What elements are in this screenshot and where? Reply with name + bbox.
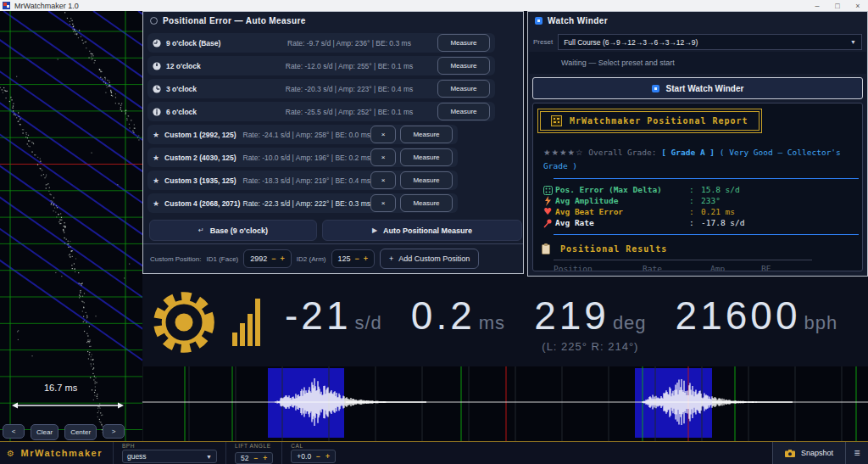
positional-report: MrWatchmaker Positional Report ★★★★☆ Ove… — [532, 103, 863, 271]
report-title: MrWatchmaker Positional Report — [570, 116, 748, 126]
remove-custom-button[interactable]: × — [370, 194, 396, 212]
timegrapher-scope[interactable]: 16.7 ms < Clear Center > — [0, 11, 142, 441]
chevron-down-icon: ▼ — [206, 454, 212, 460]
position-name: Custom 1 (2992, 125) — [164, 131, 236, 139]
positional-results-title: Positional Results — [542, 243, 862, 254]
position-name: Custom 3 (1935, 125) — [164, 176, 236, 185]
position-row: 6 o'clockRate: -25.5 s/d | Amp: 252° | B… — [147, 102, 495, 121]
star-icon: ★ — [153, 176, 159, 185]
add-custom-position-button[interactable]: + Add Custom Position — [380, 249, 479, 269]
position-row: ★Custom 1 (2992, 125)Rate: -24.1 s/d | A… — [147, 125, 458, 144]
custom-position-bar: Custom Position: ID1 (Face) 2992 − + ID2… — [143, 243, 523, 273]
titlebar: MrWatchmaker 1.0 – □ × — [0, 0, 868, 11]
measure-button[interactable]: Measure — [400, 126, 453, 143]
lift-angle-stepper[interactable]: 52 − + — [235, 452, 273, 464]
menu-button[interactable]: ≡ — [845, 442, 868, 464]
scope-center-button[interactable]: Center — [64, 424, 97, 440]
metric-avg-beat-error: ♥ Avg Beat Error : 0.21 ms — [540, 207, 862, 217]
remove-custom-button[interactable]: × — [370, 148, 396, 166]
divider — [554, 178, 859, 179]
close-button[interactable]: × — [848, 2, 868, 10]
cal-plus-button[interactable]: + — [326, 452, 330, 461]
rate-readout: -21s/d — [285, 293, 382, 338]
heart-icon: ♥ — [540, 207, 555, 217]
measure-button[interactable]: Measure — [400, 194, 453, 212]
grade-line: ★★★★☆ Overall Grade: [ Grade A ] ( Very … — [543, 146, 854, 172]
waveform-plot — [142, 366, 868, 441]
lift-angle-label: LIFT ANGLE — [235, 443, 273, 449]
position-stats: Rate: -10.0 s/d | Amp: 196° | BE: 0.2 ms — [243, 154, 371, 162]
position-stats: Rate: -20.3 s/d | Amp: 223° | BE: 0.4 ms — [261, 85, 437, 93]
id1-label: ID1 (Face) — [206, 255, 238, 263]
watch-winder-panel: Watch Winder Preset Full Course (6→9→12→… — [527, 11, 868, 277]
star-icon: ★ — [153, 154, 159, 162]
maximize-button[interactable]: □ — [827, 2, 848, 10]
app-logo: ⚙ MrWatchmaker — [0, 442, 113, 464]
position-stats: Rate: -24.1 s/d | Amp: 258° | BE: 0.0 ms — [243, 131, 371, 139]
id1-stepper[interactable]: 2992 − + — [243, 249, 292, 268]
scope-prev-button[interactable]: < — [3, 424, 25, 439]
app-icon — [3, 2, 10, 9]
scope-next-button[interactable]: > — [103, 424, 125, 439]
clipboard-icon — [542, 243, 550, 254]
position-stats: Rate: -18.3 s/d | Amp: 219° | BE: 0.4 ms — [243, 176, 371, 185]
winder-panel-header: Watch Winder — [528, 12, 867, 29]
divider — [554, 234, 859, 235]
id1-plus-button[interactable]: + — [281, 254, 285, 263]
id2-plus-button[interactable]: + — [364, 254, 368, 263]
preset-select[interactable]: Full Course (6→9→12→3→6→3→12→9) ▼ — [558, 34, 862, 50]
star-icon: ★ — [153, 199, 159, 208]
remove-custom-button[interactable]: × — [370, 126, 396, 143]
measure-button[interactable]: Measure — [437, 57, 490, 75]
measure-button[interactable]: Measure — [400, 148, 453, 166]
measure-button[interactable]: Measure — [400, 171, 453, 189]
start-watch-winder-button[interactable]: Start Watch Winder — [532, 77, 863, 99]
custom-position-label: Custom Position: — [150, 255, 201, 263]
position-name: 3 o'clock — [166, 85, 197, 93]
window-title: MrWatchmaker 1.0 — [14, 2, 79, 10]
stars-rating: ★★★★☆ — [543, 148, 584, 157]
measure-button[interactable]: Measure — [437, 103, 490, 120]
id2-stepper[interactable]: 125 − + — [331, 249, 376, 268]
target-icon — [150, 17, 158, 25]
audio-waveform-strip[interactable] — [142, 366, 868, 441]
clock-6-icon — [153, 108, 161, 116]
auto-positional-measure-button[interactable]: ▶ Auto Positional Measure — [322, 220, 522, 241]
grade-value: [ Grade A ] — [661, 148, 715, 157]
scope-clear-button[interactable]: Clear — [31, 424, 58, 440]
id2-minus-button[interactable]: − — [355, 254, 359, 263]
position-row: 9 o'clock (Base)Rate: -9.7 s/d | Amp: 23… — [147, 33, 495, 53]
position-stats: Rate: -9.7 s/d | Amp: 236° | BE: 0.3 ms — [261, 39, 437, 48]
snapshot-button[interactable]: Snapshot — [772, 442, 845, 464]
winder-start-icon — [652, 85, 659, 92]
winder-status: Waiting — Select preset and start — [529, 52, 866, 74]
position-name: 12 o'clock — [166, 62, 201, 70]
position-name: Custom 4 (2068, 2071) — [164, 199, 240, 208]
position-name: 9 o'clock (Base) — [166, 39, 220, 48]
cal-stepper[interactable]: +0.0 − + — [291, 450, 336, 463]
preset-label: Preset — [533, 38, 553, 46]
positional-panel-title: Positional Error — Auto Measure — [163, 16, 306, 25]
position-rows: 9 o'clock (Base)Rate: -9.7 s/d | Amp: 23… — [147, 33, 519, 216]
base-position-button[interactable]: ↵ Base (9 o'clock) — [149, 220, 317, 241]
bph-group: BPH guess ▼ — [113, 442, 225, 464]
minimize-button[interactable]: – — [807, 2, 827, 10]
id1-minus-button[interactable]: − — [271, 254, 275, 263]
clock-3-icon — [153, 85, 161, 93]
measure-button[interactable]: Measure — [437, 34, 490, 52]
hamburger-icon: ≡ — [854, 447, 860, 459]
bph-select[interactable]: guess ▼ — [122, 450, 217, 463]
cal-minus-button[interactable]: − — [316, 452, 320, 461]
gear-glyph-icon: ⚙ — [7, 449, 15, 458]
metric-avg-amplitude: Avg Amplitude : 233° — [540, 196, 862, 206]
metric-avg-rate: Avg Rate : -17.8 s/d — [540, 218, 862, 228]
position-row: ★Custom 2 (4030, 125)Rate: -10.0 s/d | A… — [147, 148, 458, 167]
star-icon: ★ — [153, 131, 159, 139]
remove-custom-button[interactable]: × — [370, 171, 396, 189]
position-row: ★Custom 3 (1935, 125)Rate: -18.3 s/d | A… — [147, 171, 458, 190]
lift-plus-button[interactable]: + — [263, 454, 267, 462]
lift-minus-button[interactable]: − — [253, 454, 258, 462]
live-readout: -21s/d 0.2ms 219deg (L: 225° R: 214°) 21… — [142, 278, 868, 366]
measure-button[interactable]: Measure — [437, 80, 490, 98]
report-title-box: MrWatchmaker Positional Report — [540, 111, 760, 131]
